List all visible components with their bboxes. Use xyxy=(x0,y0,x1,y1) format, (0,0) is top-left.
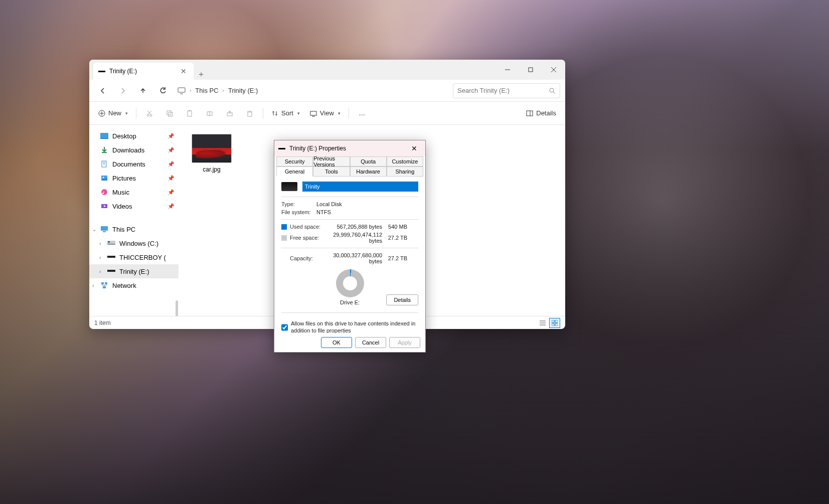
tab-title: Trinity (E:) xyxy=(109,68,137,75)
view-button[interactable]: View ▾ xyxy=(306,105,345,121)
sidebar-item-label: Pictures xyxy=(112,175,136,182)
minimize-button[interactable] xyxy=(496,60,519,80)
tab-sharing[interactable]: Sharing xyxy=(387,166,423,177)
sort-button[interactable]: Sort ▾ xyxy=(267,105,304,121)
sidebar-item-label: Desktop xyxy=(112,132,136,140)
paste-button[interactable] xyxy=(181,105,199,121)
svg-line-13 xyxy=(147,111,151,114)
sidebar-item-this-pc[interactable]: ⌄ This PC xyxy=(89,222,179,236)
svg-line-14 xyxy=(148,111,151,114)
new-button[interactable]: New ▾ xyxy=(94,105,132,121)
filesystem-value: NTFS xyxy=(316,209,418,215)
search-icon xyxy=(549,87,556,94)
drive-icon xyxy=(98,71,105,72)
navigation-pane: Desktop 📌 Downloads 📌 Documents 📌 Pictur… xyxy=(89,125,179,316)
more-button[interactable]: … xyxy=(353,105,371,121)
chevron-down-icon[interactable]: ⌄ xyxy=(92,227,96,232)
new-tab-button[interactable]: ＋ xyxy=(194,69,209,80)
sidebar-item-music[interactable]: Music 📌 xyxy=(89,185,179,199)
cut-button[interactable] xyxy=(140,105,158,121)
sidebar-item-label: Windows (C:) xyxy=(119,240,158,247)
sidebar-item-videos[interactable]: Videos 📌 xyxy=(89,199,179,213)
svg-rect-4 xyxy=(178,88,185,92)
ok-button[interactable]: OK xyxy=(321,337,352,348)
sidebar-item-label: Network xyxy=(112,282,136,289)
svg-rect-46 xyxy=(101,282,104,284)
sidebar-item-downloads[interactable]: Downloads 📌 xyxy=(89,143,179,157)
cancel-button[interactable]: Cancel xyxy=(355,337,386,348)
properties-dialog: Trinity (E:) Properties ✕ Security Previ… xyxy=(274,140,426,353)
tab-tools[interactable]: Tools xyxy=(313,166,350,177)
tab-hardware[interactable]: Hardware xyxy=(350,166,387,177)
refresh-button[interactable] xyxy=(154,82,172,99)
desktop-icon xyxy=(100,132,108,140)
tab-close-button[interactable]: ✕ xyxy=(179,67,189,75)
chevron-down-icon: ▾ xyxy=(297,111,300,116)
maximize-button[interactable] xyxy=(519,60,542,80)
disk-cleanup-details-button[interactable]: Details xyxy=(386,294,418,305)
chevron-right-icon[interactable]: › xyxy=(92,283,94,288)
allow-indexing-label: Allow files on this drive to have conten… xyxy=(291,320,418,333)
sidebar-item-thiccerboy[interactable]: › THICCERBOY ( xyxy=(89,250,179,264)
sidebar-item-network[interactable]: › Network xyxy=(89,278,179,292)
svg-rect-47 xyxy=(105,282,107,284)
breadcrumb-trinity[interactable]: Trinity (E:) xyxy=(228,87,258,94)
sidebar-item-trinity[interactable]: › Trinity (E:) xyxy=(89,264,179,278)
chevron-right-icon[interactable]: › xyxy=(99,255,101,260)
tab-general[interactable]: General xyxy=(276,166,313,177)
pin-icon: 📌 xyxy=(168,133,175,139)
svg-rect-1 xyxy=(529,68,533,72)
chevron-right-icon[interactable]: › xyxy=(99,241,101,246)
svg-rect-27 xyxy=(527,111,533,116)
up-button[interactable] xyxy=(134,82,151,99)
list-view-button[interactable] xyxy=(537,318,548,328)
tab-row-1: Security Previous Versions Quota Customi… xyxy=(274,156,425,166)
dialog-close-button[interactable]: ✕ xyxy=(407,144,421,152)
copy-button[interactable] xyxy=(160,105,179,121)
delete-button[interactable] xyxy=(241,105,259,121)
search-input[interactable] xyxy=(457,87,549,94)
allow-indexing-checkbox[interactable] xyxy=(281,320,288,333)
tab-security[interactable]: Security xyxy=(276,156,313,166)
breadcrumb-this-pc[interactable]: This PC xyxy=(195,87,218,94)
sidebar-item-pictures[interactable]: Pictures 📌 xyxy=(89,171,179,185)
sidebar-scrollbar[interactable] xyxy=(175,125,179,316)
search-box[interactable] xyxy=(453,83,560,98)
breadcrumb[interactable]: › This PC › Trinity (E:) xyxy=(175,87,450,95)
tab-strip: Trinity (E:) ✕ ＋ xyxy=(89,60,565,80)
drive-icon xyxy=(281,182,297,191)
drive-name-input[interactable] xyxy=(302,182,418,192)
file-item-car[interactable]: car.jpg xyxy=(188,134,236,173)
chevron-right-icon[interactable]: › xyxy=(99,269,101,274)
svg-rect-25 xyxy=(310,111,316,115)
free-human: 27.2 TB xyxy=(382,235,407,241)
videos-icon xyxy=(100,202,108,210)
close-button[interactable] xyxy=(542,60,565,80)
free-bytes: 29,999,760,474,112 bytes xyxy=(322,232,382,244)
tab-customize[interactable]: Customize xyxy=(387,156,423,166)
icon-view-button[interactable] xyxy=(549,318,560,328)
file-thumbnail xyxy=(192,134,232,163)
svg-rect-18 xyxy=(189,110,191,111)
tab-quota[interactable]: Quota xyxy=(350,156,387,166)
sidebar-item-documents[interactable]: Documents 📌 xyxy=(89,157,179,171)
svg-point-11 xyxy=(147,114,149,116)
sidebar-item-label: Videos xyxy=(112,203,132,210)
apply-button[interactable]: Apply xyxy=(389,337,420,348)
toolbar: New ▾ Sort ▾ View ▾ … Details xyxy=(89,102,565,125)
dialog-titlebar[interactable]: Trinity (E:) Properties ✕ xyxy=(274,140,425,156)
sidebar-item-desktop[interactable]: Desktop 📌 xyxy=(89,129,179,143)
details-pane-button[interactable]: Details xyxy=(522,105,560,121)
details-label: Details xyxy=(536,109,556,117)
sidebar-item-label: Music xyxy=(112,189,129,196)
rename-button[interactable] xyxy=(201,105,219,121)
tab-trinity[interactable]: Trinity (E:) ✕ xyxy=(93,63,194,80)
view-label: View xyxy=(320,109,334,117)
chevron-right-icon: › xyxy=(223,88,224,93)
svg-rect-43 xyxy=(108,241,110,243)
forward-button[interactable] xyxy=(114,82,131,99)
tab-previous-versions[interactable]: Previous Versions xyxy=(313,156,350,166)
back-button[interactable] xyxy=(94,82,111,99)
share-button[interactable] xyxy=(221,105,239,121)
sidebar-item-windows-c[interactable]: › Windows (C:) xyxy=(89,236,179,250)
